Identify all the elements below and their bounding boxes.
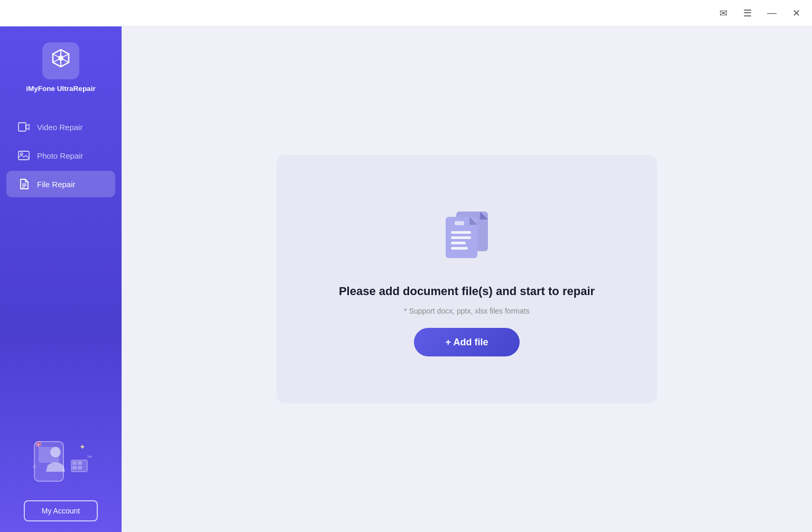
svg-rect-26 — [451, 247, 468, 250]
svg-rect-14 — [72, 461, 77, 465]
file-illustration — [432, 202, 501, 271]
email-icon[interactable]: ✉ — [716, 6, 731, 21]
sidebar-item-label-photo-repair: Photo Repair — [37, 151, 84, 160]
svg-rect-25 — [451, 242, 466, 244]
drop-zone: Please add document file(s) and start to… — [276, 155, 657, 403]
sidebar-item-video-repair[interactable]: Video Repair — [6, 114, 115, 140]
title-bar: ✉ ☰ — ✕ — [0, 0, 812, 26]
minimize-icon[interactable]: — — [764, 6, 779, 21]
sidebar-item-label-file-repair: File Repair — [37, 180, 76, 189]
add-file-button[interactable]: + Add file — [414, 328, 520, 356]
svg-point-1 — [58, 56, 63, 61]
app-logo — [42, 42, 79, 79]
sidebar: iMyFone UltraRepair Video Repair — [0, 26, 122, 532]
svg-text:✦: ✦ — [79, 443, 86, 451]
photo-repair-icon — [18, 150, 30, 161]
sidebar-illustration: ♥ ✦ ☺ ✂ — [19, 428, 103, 492]
file-repair-icon — [18, 178, 30, 190]
svg-text:✂: ✂ — [87, 453, 93, 461]
nav-items: Video Repair Photo Repair — [0, 114, 122, 197]
svg-point-10 — [50, 447, 61, 457]
svg-rect-23 — [451, 231, 471, 234]
svg-rect-24 — [451, 236, 471, 239]
drop-subtitle: * Support docx, pptx, xlsx files formats — [404, 307, 529, 315]
svg-text:♥: ♥ — [38, 443, 40, 446]
my-account-button[interactable]: My Account — [24, 500, 98, 521]
svg-text:☺: ☺ — [32, 463, 37, 469]
sidebar-item-file-repair[interactable]: File Repair — [6, 171, 115, 197]
sidebar-bottom: ♥ ✦ ☺ ✂ My Account — [0, 428, 122, 521]
svg-rect-27 — [455, 221, 464, 225]
main-content: Please add document file(s) and start to… — [122, 26, 812, 532]
sidebar-item-label-video-repair: Video Repair — [37, 123, 82, 132]
sidebar-item-photo-repair[interactable]: Photo Repair — [6, 142, 115, 169]
app-layout: iMyFone UltraRepair Video Repair — [0, 26, 812, 532]
app-title: iMyFone UltraRepair — [26, 85, 95, 93]
video-repair-icon — [18, 121, 30, 133]
logo-area: iMyFone UltraRepair — [26, 42, 95, 93]
svg-rect-15 — [78, 461, 82, 465]
svg-rect-17 — [78, 466, 82, 470]
close-icon[interactable]: ✕ — [789, 6, 804, 21]
drop-title: Please add document file(s) and start to… — [339, 285, 595, 298]
svg-rect-2 — [19, 123, 26, 131]
menu-icon[interactable]: ☰ — [740, 6, 755, 21]
svg-rect-16 — [72, 466, 77, 470]
